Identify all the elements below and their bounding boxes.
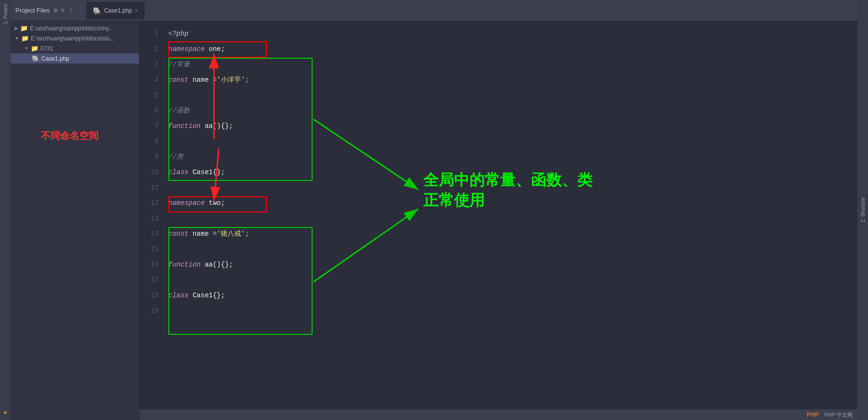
code-token: aa(){}; <box>205 118 233 134</box>
arrow-icon: ▼ <box>14 36 19 41</box>
code-token: namespace <box>168 41 205 57</box>
code-line-10: class Case1{}; <box>168 165 857 180</box>
tree-item-label: Case1.php <box>41 55 69 62</box>
right-strip-1: Z: Structure <box>857 0 868 420</box>
folder-icon: 📁 <box>20 25 28 32</box>
code-token: '猪八戒' <box>217 226 245 242</box>
code-line-16: function aa(){}; <box>168 257 857 272</box>
code-line-5 <box>168 88 857 103</box>
code-line-8 <box>168 134 857 149</box>
code-token: const <box>168 226 189 242</box>
php-icon: 🐘 <box>93 7 101 14</box>
main-panel: Project Files ⊙ ✎ ⋮ 🐘 Case1.php × ▶ 📁 E:… <box>11 0 857 420</box>
line-numbers: 12345 678910 1112131415 16171819 <box>139 21 164 409</box>
status-bar: PHP PHP 中文网 <box>139 409 857 420</box>
tree-item-0731[interactable]: ▼ 📁 0731 <box>11 43 139 53</box>
content-area: ▶ 📁 E:\anzhuang\xampp\htdocs\my... ▼ 📁 E… <box>11 21 857 420</box>
code-token: two; <box>209 195 225 211</box>
code-editor[interactable]: 12345 678910 1112131415 16171819 <?php <box>139 21 857 409</box>
code-token: <?php <box>168 26 189 41</box>
code-line-17 <box>168 272 857 288</box>
code-line-19 <box>168 303 857 318</box>
code-line-1: <?php <box>168 26 857 41</box>
separator <box>80 6 80 15</box>
code-token: ; <box>245 72 249 88</box>
code-token: function <box>168 118 201 134</box>
arrow-icon: ▶ <box>14 25 18 31</box>
folder-icon: 📁 <box>31 45 38 52</box>
code-token: name = <box>192 226 216 242</box>
code-content: 12345 678910 1112131415 16171819 <?php <box>139 21 857 409</box>
code-token: const <box>168 72 189 88</box>
code-token: //类 <box>168 149 183 165</box>
code-token: '小洋芋' <box>217 72 245 88</box>
folder-icon: 📁 <box>21 35 29 42</box>
code-token: ; <box>245 226 249 242</box>
code-token: class <box>168 288 189 303</box>
code-token: //函数 <box>168 103 190 118</box>
star-icon: ★ <box>3 408 7 416</box>
code-token: Case1{}; <box>192 165 225 180</box>
toolbar-icons: ⊙ ✎ ⋮ <box>54 6 75 14</box>
site-label: PHP 中文网 <box>825 411 853 419</box>
tree-item-label: 0731 <box>40 45 53 52</box>
code-line-6: //函数 <box>168 103 857 118</box>
code-token: aa(){}; <box>205 257 233 272</box>
code-line-15 <box>168 242 857 257</box>
code-line-11 <box>168 180 857 195</box>
edit-icon[interactable]: ✎ <box>61 6 64 14</box>
code-token: class <box>168 165 189 180</box>
project-files-label: Project Files <box>15 7 50 14</box>
project-strip: 1: Project ★ <box>0 0 11 420</box>
toolbar: Project Files ⊙ ✎ ⋮ 🐘 Case1.php × <box>11 0 857 21</box>
structure-label: Z: Structure <box>860 197 866 222</box>
tree-item-my[interactable]: ▶ 📁 E:\anzhuang\xampp\htdocs\my... <box>11 23 139 33</box>
code-line-7: function aa(){}; <box>168 118 857 134</box>
right-sidebars: Z: Structure <box>857 0 868 420</box>
code-token: one; <box>209 41 225 57</box>
code-line-4: const name = '小洋芋'; <box>168 72 857 88</box>
code-line-14: const name = '猪八戒'; <box>168 226 857 242</box>
code-line-9: //类 <box>168 149 857 165</box>
code-lines: <?php namespace one; //常量 const name = '… <box>164 21 857 409</box>
code-line-3: //常量 <box>168 57 857 72</box>
tab-close-button[interactable]: × <box>135 8 138 13</box>
editor-area: 12345 678910 1112131415 16171819 <?php <box>139 21 857 420</box>
code-line-13 <box>168 211 857 226</box>
arrow-icon: ▼ <box>24 46 29 51</box>
more-icon[interactable]: ⋮ <box>67 6 74 14</box>
php-file-icon: 🐘 <box>32 55 39 62</box>
code-token: //常量 <box>168 57 190 72</box>
sync-icon[interactable]: ⊙ <box>54 6 58 14</box>
project-label: 1: Project <box>3 4 8 24</box>
file-tab[interactable]: 🐘 Case1.php × <box>86 2 145 19</box>
tree-item-label: E:\anzhuang\xampp\htdocs\my... <box>30 25 113 32</box>
tree-item-label: E:\anzhuang\xampp\htdocs\stu... <box>31 35 115 42</box>
tab-label: Case1.php <box>104 7 132 14</box>
tree-item-stu[interactable]: ▼ 📁 E:\anzhuang\xampp\htdocs\stu... <box>11 33 139 43</box>
php-status-label: PHP <box>807 411 819 418</box>
code-token: name = <box>192 72 216 88</box>
code-line-18: class Case1{}; <box>168 288 857 303</box>
code-token: namespace <box>168 195 205 211</box>
code-line-12: namespace two; <box>168 195 857 211</box>
code-token: Case1{}; <box>192 288 225 303</box>
code-line-2: namespace one; <box>168 41 857 57</box>
code-token: function <box>168 257 201 272</box>
tree-item-case1[interactable]: 🐘 Case1.php <box>11 53 139 64</box>
file-tree: ▶ 📁 E:\anzhuang\xampp\htdocs\my... ▼ 📁 E… <box>11 21 139 420</box>
